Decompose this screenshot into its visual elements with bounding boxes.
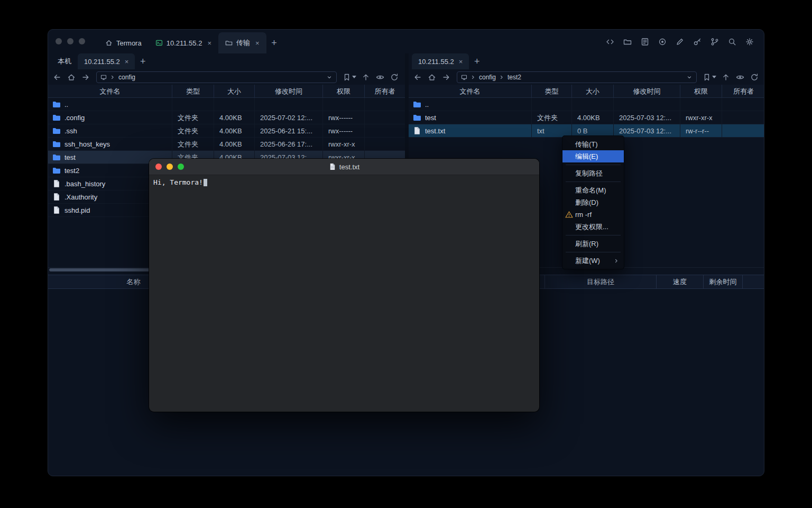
col-modified[interactable]: 修改时间 — [255, 85, 323, 97]
toolbar — [603, 35, 756, 49]
home-button[interactable] — [425, 71, 438, 84]
col-owner[interactable]: 所有者 — [722, 85, 764, 97]
search-icon[interactable] — [725, 35, 739, 49]
computer-icon — [100, 74, 107, 80]
col-perm[interactable]: 权限 — [323, 85, 365, 97]
chevron-down-icon[interactable] — [326, 74, 333, 80]
folder-icon[interactable] — [621, 35, 634, 49]
col-owner[interactable]: 所有者 — [365, 85, 405, 97]
back-button[interactable] — [411, 71, 424, 84]
col-modified[interactable]: 修改时间 — [614, 85, 680, 97]
col-empty — [743, 275, 764, 288]
new-tab-button[interactable]: + — [266, 32, 282, 53]
menu-item-rename[interactable]: 重命名(M) — [562, 184, 624, 196]
close-icon[interactable]: × — [459, 58, 463, 66]
owner-cell — [365, 111, 405, 124]
close-icon[interactable]: × — [255, 39, 260, 47]
zoom-button[interactable] — [178, 164, 184, 170]
size-cell: 4.00KB — [214, 138, 255, 150]
log-icon[interactable] — [638, 35, 652, 49]
minimize-button[interactable] — [67, 38, 73, 44]
col-target-path[interactable]: 目标路径 — [545, 275, 657, 288]
crumb[interactable]: config — [479, 74, 496, 81]
key-icon[interactable] — [690, 35, 704, 49]
menu-item-delete[interactable]: 删除(D) — [562, 196, 624, 208]
code-icon[interactable] — [603, 35, 617, 49]
col-filename[interactable]: 文件名 — [48, 85, 172, 97]
close-icon[interactable]: × — [207, 39, 211, 47]
menu-item-refresh[interactable]: 刷新(R) — [562, 238, 624, 250]
tab-ssh-host[interactable]: 10.211.55.2 × — [149, 32, 218, 53]
crumb[interactable]: config — [118, 74, 135, 81]
close-icon[interactable]: × — [125, 58, 129, 66]
show-hidden-button[interactable] — [733, 71, 746, 84]
file-name-cell: ssh_host_keys — [48, 138, 172, 150]
menu-item-rm-rf[interactable]: rm -rf — [562, 208, 624, 221]
menu-item-change-permissions[interactable]: 更改权限... — [562, 221, 624, 233]
forward-button[interactable] — [79, 71, 92, 84]
zoom-button[interactable] — [79, 38, 85, 44]
up-directory-button[interactable] — [359, 71, 372, 84]
tab-remote-host[interactable]: 10.211.55.2 × — [78, 53, 135, 69]
size-cell: 4.00KB — [572, 111, 614, 124]
menu-separator — [566, 165, 621, 165]
left-pathbar: config — [48, 69, 405, 85]
menu-item-copy-path[interactable]: 复制路径 — [562, 167, 624, 179]
computer-icon — [461, 74, 467, 80]
editor-content[interactable]: Hi, Termora! — [149, 175, 539, 189]
crumb[interactable]: test2 — [508, 74, 521, 81]
forward-button[interactable] — [439, 71, 453, 84]
col-type[interactable]: 类型 — [532, 85, 572, 97]
table-row[interactable]: .config 文件夹 4.00KB 2025-07-02 12:... rwx… — [48, 111, 405, 124]
table-row[interactable]: ssh_host_keys 文件夹 4.00KB 2025-06-26 17:.… — [48, 138, 405, 151]
col-perm[interactable]: 权限 — [680, 85, 722, 97]
modified-cell — [614, 98, 680, 111]
settings-icon[interactable] — [743, 35, 756, 49]
menu-item-transfer[interactable]: 传输(T) — [562, 138, 624, 150]
show-hidden-button[interactable] — [373, 71, 386, 84]
new-tab-button[interactable]: + — [135, 53, 151, 69]
breadcrumb[interactable]: config test2 — [457, 71, 697, 83]
up-directory-button[interactable] — [719, 71, 732, 84]
home-icon — [105, 39, 113, 47]
col-size[interactable]: 大小 — [214, 85, 255, 97]
eye-icon — [736, 73, 744, 81]
bookmark-button[interactable] — [701, 73, 718, 81]
menu-separator — [566, 235, 621, 235]
col-type[interactable]: 类型 — [172, 85, 214, 97]
menu-item-edit[interactable]: 编辑(E) — [562, 150, 624, 162]
owner-cell — [365, 138, 405, 150]
bookmark-button[interactable] — [341, 73, 358, 81]
col-size[interactable]: 大小 — [572, 85, 614, 97]
refresh-button[interactable] — [748, 71, 761, 84]
tab-local[interactable]: 本机 — [51, 53, 78, 69]
close-button[interactable] — [155, 164, 162, 170]
col-remaining-time[interactable]: 剩余时间 — [704, 275, 743, 288]
scrollbar-thumb[interactable] — [49, 268, 151, 271]
table-row[interactable]: .. — [409, 98, 764, 111]
edit-icon[interactable] — [673, 35, 687, 49]
refresh-button[interactable] — [387, 71, 401, 84]
table-row[interactable]: test 文件夹 4.00KB 2025-07-03 12:... rwxr-x… — [409, 111, 764, 124]
minimize-button[interactable] — [167, 164, 173, 170]
menu-item-new[interactable]: 新建(W) — [562, 255, 624, 267]
table-row[interactable]: .. — [48, 98, 405, 111]
editor-titlebar[interactable]: test.txt — [149, 159, 539, 175]
branch-icon[interactable] — [708, 35, 722, 49]
back-button[interactable] — [50, 71, 63, 84]
folder-icon — [413, 113, 421, 122]
owner-cell — [722, 98, 764, 111]
record-icon[interactable] — [656, 35, 669, 49]
close-button[interactable] — [56, 38, 62, 44]
chevron-down-icon[interactable] — [686, 74, 693, 80]
tab-transfer[interactable]: 传输 × — [218, 32, 266, 53]
modified-cell: 2025-06-26 17:... — [255, 138, 323, 150]
tab-remote-host[interactable]: 10.211.55.2 × — [412, 53, 469, 69]
col-filename[interactable]: 文件名 — [409, 85, 532, 97]
col-speed[interactable]: 速度 — [657, 275, 704, 288]
home-button[interactable] — [64, 71, 78, 84]
table-row[interactable]: .ssh 文件夹 4.00KB 2025-06-21 15:... rwx---… — [48, 124, 405, 138]
tab-termora-home[interactable]: Termora — [98, 32, 149, 53]
breadcrumb[interactable]: config — [96, 71, 337, 83]
new-tab-button[interactable]: + — [469, 53, 485, 69]
